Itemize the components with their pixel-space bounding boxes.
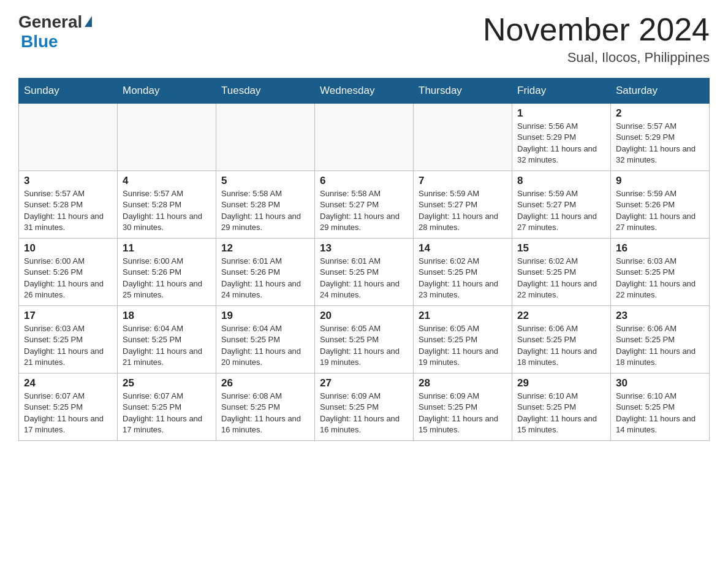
day-number: 15 <box>517 242 605 255</box>
page-header: General Blue November 2024 Sual, Ilocos,… <box>18 12 710 66</box>
location-title: Sual, Ilocos, Philippines <box>483 50 710 66</box>
day-number: 26 <box>221 377 309 389</box>
calendar-cell: 25Sunrise: 6:07 AMSunset: 5:25 PMDayligh… <box>118 373 216 441</box>
day-info: Sunrise: 6:05 AMSunset: 5:25 PMDaylight:… <box>419 323 507 368</box>
day-header-thursday: Thursday <box>414 79 512 104</box>
day-number: 29 <box>517 377 605 389</box>
calendar-cell: 21Sunrise: 6:05 AMSunset: 5:25 PMDayligh… <box>414 306 512 373</box>
calendar-cell: 26Sunrise: 6:08 AMSunset: 5:25 PMDayligh… <box>216 373 315 441</box>
day-info: Sunrise: 6:10 AMSunset: 5:25 PMDaylight:… <box>616 391 704 435</box>
calendar-cell: 18Sunrise: 6:04 AMSunset: 5:25 PMDayligh… <box>118 306 216 373</box>
day-number: 10 <box>24 242 112 255</box>
calendar-cell: 6Sunrise: 5:58 AMSunset: 5:27 PMDaylight… <box>315 171 414 239</box>
logo-general-text: General <box>18 12 82 32</box>
day-info: Sunrise: 6:01 AMSunset: 5:26 PMDaylight:… <box>221 256 309 301</box>
calendar-week-row: 10Sunrise: 6:00 AMSunset: 5:26 PMDayligh… <box>19 239 710 306</box>
day-header-friday: Friday <box>512 79 611 104</box>
calendar-cell: 15Sunrise: 6:02 AMSunset: 5:25 PMDayligh… <box>512 239 611 306</box>
day-header-wednesday: Wednesday <box>315 79 414 104</box>
day-number: 21 <box>419 310 507 322</box>
month-title: November 2024 <box>483 12 710 47</box>
day-number: 13 <box>320 242 408 255</box>
day-number: 17 <box>24 310 112 322</box>
calendar-week-row: 3Sunrise: 5:57 AMSunset: 5:28 PMDaylight… <box>19 171 710 239</box>
day-info: Sunrise: 5:56 AMSunset: 5:29 PMDaylight:… <box>517 121 605 166</box>
day-info: Sunrise: 6:06 AMSunset: 5:25 PMDaylight:… <box>616 323 704 368</box>
calendar-cell: 20Sunrise: 6:05 AMSunset: 5:25 PMDayligh… <box>315 306 414 373</box>
day-info: Sunrise: 6:06 AMSunset: 5:25 PMDaylight:… <box>517 323 605 368</box>
calendar-week-row: 24Sunrise: 6:07 AMSunset: 5:25 PMDayligh… <box>19 373 710 441</box>
calendar-cell <box>19 104 118 171</box>
day-info: Sunrise: 6:07 AMSunset: 5:25 PMDaylight:… <box>24 391 112 435</box>
day-info: Sunrise: 6:00 AMSunset: 5:26 PMDaylight:… <box>24 256 112 301</box>
calendar-cell <box>216 104 315 171</box>
calendar-cell: 13Sunrise: 6:01 AMSunset: 5:25 PMDayligh… <box>315 239 414 306</box>
day-info: Sunrise: 6:02 AMSunset: 5:25 PMDaylight:… <box>517 256 605 301</box>
day-info: Sunrise: 5:57 AMSunset: 5:28 PMDaylight:… <box>123 188 211 233</box>
calendar-header-row: SundayMondayTuesdayWednesdayThursdayFrid… <box>19 79 710 104</box>
day-info: Sunrise: 6:05 AMSunset: 5:25 PMDaylight:… <box>320 323 408 368</box>
calendar-cell: 7Sunrise: 5:59 AMSunset: 5:27 PMDaylight… <box>414 171 512 239</box>
day-number: 3 <box>24 175 112 187</box>
day-info: Sunrise: 6:04 AMSunset: 5:25 PMDaylight:… <box>221 323 309 368</box>
day-number: 25 <box>123 377 211 389</box>
calendar-week-row: 1Sunrise: 5:56 AMSunset: 5:29 PMDaylight… <box>19 104 710 171</box>
calendar-cell: 1Sunrise: 5:56 AMSunset: 5:29 PMDaylight… <box>512 104 611 171</box>
calendar-cell: 22Sunrise: 6:06 AMSunset: 5:25 PMDayligh… <box>512 306 611 373</box>
day-header-sunday: Sunday <box>19 79 118 104</box>
day-info: Sunrise: 5:58 AMSunset: 5:28 PMDaylight:… <box>221 188 309 233</box>
day-info: Sunrise: 5:57 AMSunset: 5:29 PMDaylight:… <box>616 121 704 166</box>
calendar-cell <box>414 104 512 171</box>
calendar-cell: 2Sunrise: 5:57 AMSunset: 5:29 PMDaylight… <box>611 104 710 171</box>
day-number: 11 <box>123 242 211 255</box>
day-info: Sunrise: 5:58 AMSunset: 5:27 PMDaylight:… <box>320 188 408 233</box>
day-number: 9 <box>616 175 704 187</box>
day-info: Sunrise: 6:10 AMSunset: 5:25 PMDaylight:… <box>517 391 605 435</box>
day-info: Sunrise: 6:04 AMSunset: 5:25 PMDaylight:… <box>123 323 211 368</box>
calendar-cell: 24Sunrise: 6:07 AMSunset: 5:25 PMDayligh… <box>19 373 118 441</box>
calendar-cell: 11Sunrise: 6:00 AMSunset: 5:26 PMDayligh… <box>118 239 216 306</box>
day-info: Sunrise: 6:03 AMSunset: 5:25 PMDaylight:… <box>616 256 704 301</box>
calendar-week-row: 17Sunrise: 6:03 AMSunset: 5:25 PMDayligh… <box>19 306 710 373</box>
day-info: Sunrise: 6:09 AMSunset: 5:25 PMDaylight:… <box>320 391 408 435</box>
day-number: 22 <box>517 310 605 322</box>
day-info: Sunrise: 5:59 AMSunset: 5:27 PMDaylight:… <box>517 188 605 233</box>
day-header-saturday: Saturday <box>611 79 710 104</box>
day-info: Sunrise: 6:01 AMSunset: 5:25 PMDaylight:… <box>320 256 408 301</box>
day-info: Sunrise: 6:08 AMSunset: 5:25 PMDaylight:… <box>221 391 309 435</box>
calendar-cell: 9Sunrise: 5:59 AMSunset: 5:26 PMDaylight… <box>611 171 710 239</box>
day-info: Sunrise: 6:09 AMSunset: 5:25 PMDaylight:… <box>419 391 507 435</box>
day-number: 6 <box>320 175 408 187</box>
calendar-cell: 12Sunrise: 6:01 AMSunset: 5:26 PMDayligh… <box>216 239 315 306</box>
day-info: Sunrise: 5:59 AMSunset: 5:27 PMDaylight:… <box>419 188 507 233</box>
day-number: 24 <box>24 377 112 389</box>
calendar-table: SundayMondayTuesdayWednesdayThursdayFrid… <box>18 78 710 441</box>
calendar-cell: 19Sunrise: 6:04 AMSunset: 5:25 PMDayligh… <box>216 306 315 373</box>
calendar-cell: 23Sunrise: 6:06 AMSunset: 5:25 PMDayligh… <box>611 306 710 373</box>
day-info: Sunrise: 5:57 AMSunset: 5:28 PMDaylight:… <box>24 188 112 233</box>
day-number: 16 <box>616 242 704 255</box>
calendar-cell: 5Sunrise: 5:58 AMSunset: 5:28 PMDaylight… <box>216 171 315 239</box>
day-number: 28 <box>419 377 507 389</box>
calendar-cell <box>315 104 414 171</box>
calendar-cell: 10Sunrise: 6:00 AMSunset: 5:26 PMDayligh… <box>19 239 118 306</box>
day-number: 20 <box>320 310 408 322</box>
calendar-cell: 14Sunrise: 6:02 AMSunset: 5:25 PMDayligh… <box>414 239 512 306</box>
day-number: 12 <box>221 242 309 255</box>
calendar-cell: 17Sunrise: 6:03 AMSunset: 5:25 PMDayligh… <box>19 306 118 373</box>
day-number: 30 <box>616 377 704 389</box>
logo-blue-text: Blue <box>21 32 58 52</box>
calendar-cell <box>118 104 216 171</box>
calendar-cell: 30Sunrise: 6:10 AMSunset: 5:25 PMDayligh… <box>611 373 710 441</box>
day-number: 18 <box>123 310 211 322</box>
day-number: 7 <box>419 175 507 187</box>
day-number: 8 <box>517 175 605 187</box>
day-info: Sunrise: 5:59 AMSunset: 5:26 PMDaylight:… <box>616 188 704 233</box>
calendar-cell: 29Sunrise: 6:10 AMSunset: 5:25 PMDayligh… <box>512 373 611 441</box>
day-number: 27 <box>320 377 408 389</box>
day-info: Sunrise: 6:03 AMSunset: 5:25 PMDaylight:… <box>24 323 112 368</box>
day-number: 2 <box>616 107 704 120</box>
day-number: 19 <box>221 310 309 322</box>
day-number: 5 <box>221 175 309 187</box>
day-number: 1 <box>517 107 605 120</box>
